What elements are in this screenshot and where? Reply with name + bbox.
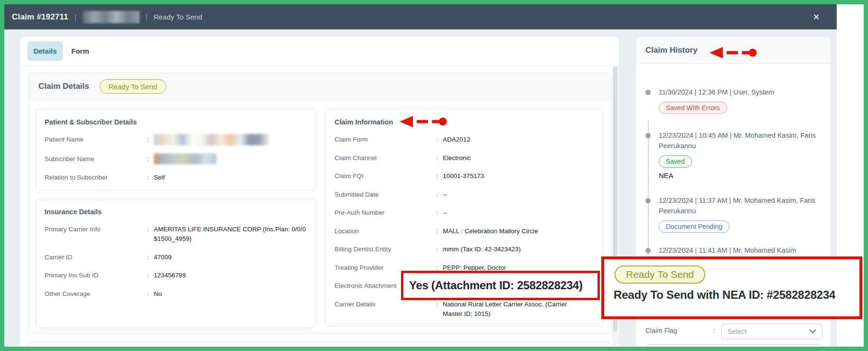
- attachment-value: Yes (Attachment ID: 2582828234): [409, 279, 583, 292]
- field-row-primary-ins-sub-id: Primary Ins Sub ID123456789: [45, 271, 311, 280]
- claim-flag-placeholder: Select: [728, 328, 809, 335]
- history-timestamp: 12/23/2024 | 11:37 AM | Mr. Mohamed Kasi…: [659, 195, 822, 216]
- field-row-primary-carrier: Primary Carrier InfoAMERITAS LIFE INSURA…: [45, 225, 311, 244]
- history-note: NEA: [659, 171, 822, 180]
- claim-history-title: Claim History: [645, 46, 698, 55]
- titlebar-separator: [75, 13, 76, 21]
- screenshot-frame: Claim #192711 Ready To Send ✕ Details Fo…: [0, 0, 868, 351]
- field-row-other-coverage: Other CoverageNo: [45, 289, 311, 299]
- timeline-dot: [645, 195, 659, 233]
- field-row-location: LocationMALL : Celebration Mallory Circl…: [335, 227, 598, 236]
- timeline-dot: [645, 245, 659, 256]
- patient-subscriber-card: Patient & Subscriber Details Patient Nam…: [36, 109, 316, 191]
- titlebar-separator: [146, 13, 148, 21]
- field-row-relation: Relation to SubscriberSelf: [45, 173, 311, 182]
- status-badge-saved-with-errors: Saved With Errors: [659, 102, 727, 114]
- field-row-billing-dentist: Billing Dentist.Entitymmm (Tax ID: 42-34…: [335, 245, 598, 254]
- tab-form[interactable]: Form: [64, 41, 97, 61]
- status-badge-document-pending: Document Pending: [659, 220, 729, 233]
- history-entry: 12/23/2024 | 10:45 AM | Mr. Mohamed Kasi…: [645, 130, 822, 180]
- claim-flag-separator: [713, 327, 715, 334]
- close-icon[interactable]: ✕: [810, 11, 822, 23]
- claim-details-title: Claim Details: [38, 82, 89, 91]
- field-row-subscriber-name: Subscriber Name: [45, 154, 311, 164]
- field-row-preauth-number: Pre-Auth Number--: [335, 208, 598, 218]
- claim-flag-label: Claim Flag: [645, 327, 677, 334]
- tab-details[interactable]: Details: [28, 41, 63, 61]
- modal-titlebar: Claim #192711 Ready To Send ✕: [4, 4, 837, 29]
- claim-flag-select[interactable]: Select: [721, 323, 822, 339]
- claim-information-title: Claim Information: [326, 109, 603, 127]
- field-row-patient-name: Patient Name: [45, 135, 311, 145]
- redacted-patient-name: [154, 134, 269, 145]
- timeline-dot: [645, 87, 659, 114]
- next-section-card-partial: [28, 342, 612, 347]
- field-row-claim-channel: Claim ChannelElectronic: [335, 153, 598, 163]
- field-row-claim-fqi: Claim FQI10001-375173: [335, 171, 598, 181]
- annotation-arrow-claim-information: [400, 115, 447, 128]
- history-entry: 11/30/2024 | 12:36 PM | User, System Sav…: [645, 87, 822, 114]
- insurance-details-card: Insurance Details Primary Carrier InfoAM…: [36, 199, 316, 328]
- ready-to-send-badge-large: Ready To Send: [615, 266, 705, 284]
- ready-to-send-nea-text: Ready To Send with NEA ID: #2582828234: [614, 288, 859, 302]
- history-entry: 12/23/2024 | 11:41 AM | Mr. Mohamed Kasi…: [645, 245, 822, 256]
- field-row-submitted-date: Submitted Date--: [335, 190, 598, 199]
- redacted-patient-name-header: [83, 11, 140, 23]
- history-timestamp: 11/30/2024 | 12:36 PM | User, System: [659, 87, 822, 97]
- annotation-arrow-claim-history: [709, 46, 757, 59]
- status-badge-saved: Saved: [659, 155, 692, 168]
- field-row-claim-form: Claim FormADA2012: [335, 135, 598, 144]
- redacted-subscriber-name: [154, 153, 216, 164]
- claim-status-text: Ready To Send: [154, 13, 202, 21]
- timeline-dot: [645, 130, 659, 180]
- history-entry: 12/23/2024 | 11:37 AM | Mr. Mohamed Kasi…: [645, 195, 822, 233]
- tab-divider: [20, 65, 619, 66]
- field-row-carrier-details: Carrier DetailsNational Rural Letter Car…: [335, 300, 598, 319]
- history-timestamp: 12/23/2024 | 10:45 AM | Mr. Mohamed Kasi…: [659, 130, 822, 151]
- next-field-partial: [645, 344, 822, 347]
- ready-to-send-callout: Ready To Send Ready To Send with NEA ID:…: [601, 256, 862, 319]
- claim-title: Claim #192711: [12, 12, 68, 22]
- patient-subscriber-title: Patient & Subscriber Details: [36, 109, 316, 127]
- claim-details-header: Claim Details Ready To Send: [29, 73, 611, 100]
- chevron-down-icon: [809, 329, 816, 333]
- attachment-highlight-box: Yes (Attachment ID: 2582828234): [401, 271, 600, 300]
- ready-to-send-badge: Ready To Send: [100, 79, 166, 94]
- details-panel: Details Form Claim Details Ready To Send…: [20, 37, 619, 347]
- history-timestamp: 12/23/2024 | 11:41 AM | Mr. Mohamed Kasi…: [659, 245, 822, 256]
- field-row-carrier-id: Carrier ID47009: [45, 253, 311, 262]
- insurance-details-title: Insurance Details: [36, 199, 316, 217]
- claim-page: Claim #192711 Ready To Send ✕ Details Fo…: [4, 4, 864, 347]
